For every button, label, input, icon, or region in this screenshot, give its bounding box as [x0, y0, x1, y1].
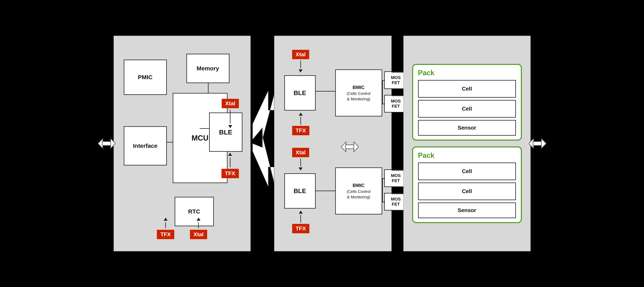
- top-pack-container: Pack Cell Cell Sensor: [412, 64, 522, 141]
- right-outer-arrow: [529, 137, 546, 150]
- mid-right-connector: [392, 36, 403, 251]
- diagram-wrapper: PMIC Memory MCU Interface: [8, 36, 636, 251]
- svg-marker-8: [354, 142, 359, 152]
- pmic-box: PMIC: [124, 60, 167, 95]
- bottom-pack-container: Pack Cell Cell Sensor: [412, 146, 522, 223]
- tfx-ble-line: [230, 157, 230, 167]
- bot-xtal-area: Xtal: [292, 148, 309, 171]
- top-pack-title: Pack: [418, 69, 516, 77]
- diagonal-arrows-area: [251, 36, 274, 251]
- mcu-ble-line: [200, 128, 209, 129]
- bot-bmic-box: BMIC (Cells Control& Monitoring): [335, 167, 382, 214]
- top-pack-inner: Cell Cell Sensor: [418, 80, 516, 136]
- top-xtal-badge: Xtal: [292, 50, 309, 59]
- bot-xtal-badge: Xtal: [292, 148, 309, 157]
- memory-mcu-line: [208, 83, 208, 94]
- xtal-arrow: [196, 218, 200, 221]
- bottom-pack-cell2: Cell: [418, 182, 516, 200]
- top-xtal-area: Xtal: [292, 50, 309, 73]
- xtal-badge-bottom: Xtal: [190, 230, 207, 239]
- svg-marker-2: [111, 139, 116, 148]
- diagram-container: PMIC Memory MCU Interface: [0, 0, 644, 287]
- xtal-bottom-area: Xtal: [190, 218, 207, 239]
- left-bottom-badges: TFX Xtal: [120, 218, 244, 239]
- top-pack-sensor: Sensor: [418, 120, 516, 136]
- xtal-arrow-down: [228, 125, 232, 128]
- tfx-ble-area: TFX: [222, 153, 239, 178]
- svg-rect-10: [533, 142, 542, 145]
- memory-box: Memory: [186, 54, 230, 83]
- top-pack-cell2: Cell: [418, 100, 516, 118]
- bot-tfx-badge: TFX: [292, 224, 310, 233]
- top-pack-cell1: Cell: [418, 80, 516, 98]
- left-panel: PMIC Memory MCU Interface: [114, 36, 251, 251]
- tfx-arrow-up: [228, 153, 232, 156]
- tfx-bottom-area: TFX: [157, 218, 174, 239]
- tfx-arrow: [164, 218, 168, 221]
- interface-box: Interface: [124, 126, 167, 165]
- interface-mcu-line: [167, 142, 173, 143]
- tfx-badge-left: TFX: [222, 169, 239, 178]
- xtal-ble-line: [230, 110, 230, 124]
- bottom-pack-inner: Cell Cell Sensor: [418, 162, 516, 218]
- right-panel: Pack Cell Cell Sensor Pack: [403, 36, 531, 251]
- svg-marker-11: [542, 139, 546, 148]
- left-panel-content: PMIC Memory MCU Interface: [120, 44, 244, 243]
- top-ble-mid-box: BLE: [284, 75, 316, 111]
- bot-ble-mid-box: BLE: [284, 173, 316, 209]
- svg-marker-5: [252, 136, 274, 187]
- mid-double-arrow: [341, 140, 359, 154]
- xtal-badge-left: Xtal: [222, 99, 239, 108]
- tfx-badge-bottom: TFX: [157, 230, 174, 239]
- bottom-pack-title: Pack: [418, 151, 516, 160]
- xtal-ble-area: Xtal: [222, 99, 239, 128]
- svg-rect-7: [346, 145, 354, 149]
- bottom-pack-cell1: Cell: [418, 162, 516, 180]
- left-outer-arrow: [98, 137, 116, 150]
- top-tfx-badge: TFX: [292, 126, 310, 135]
- svg-rect-1: [102, 142, 111, 145]
- middle-panel: Xtal BLE TFX: [274, 36, 392, 251]
- top-bmic-box: BMIC (Cells Control& Monitoring): [335, 69, 382, 116]
- svg-marker-4: [252, 91, 274, 140]
- top-tfx-area: TFX: [292, 113, 310, 135]
- middle-panel-content: Xtal BLE TFX: [280, 44, 385, 243]
- bot-tfx-area: TFX: [292, 210, 310, 233]
- bottom-pack-sensor: Sensor: [418, 202, 516, 218]
